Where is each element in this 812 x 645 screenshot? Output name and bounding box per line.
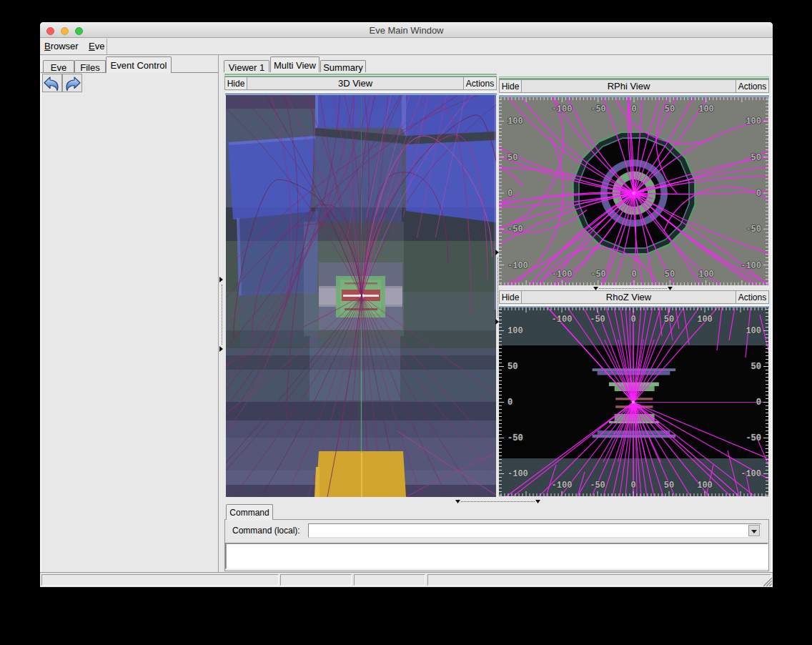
svg-text:-50: -50 <box>746 433 761 443</box>
svg-text:-100: -100 <box>741 261 761 271</box>
svg-text:50: 50 <box>508 362 518 372</box>
svg-text:50: 50 <box>508 153 518 163</box>
svg-text:-50: -50 <box>590 270 606 280</box>
svg-text:-100: -100 <box>552 104 573 114</box>
svg-text:0: 0 <box>756 398 761 408</box>
svg-text:-50: -50 <box>590 481 605 491</box>
svg-text:100: 100 <box>746 326 761 336</box>
svg-text:-50: -50 <box>746 225 761 235</box>
svg-text:0: 0 <box>756 189 761 199</box>
svg-text:50: 50 <box>751 362 761 372</box>
svg-text:0: 0 <box>631 104 636 114</box>
svg-text:-50: -50 <box>508 433 523 443</box>
svg-text:50: 50 <box>665 104 675 114</box>
svg-text:-100: -100 <box>741 469 761 479</box>
svg-text:50: 50 <box>751 153 761 163</box>
svg-text:100: 100 <box>698 270 714 280</box>
svg-text:0: 0 <box>508 189 513 199</box>
svg-text:-100: -100 <box>552 315 573 325</box>
svg-text:-100: -100 <box>508 261 528 271</box>
svg-text:100: 100 <box>698 104 714 114</box>
svg-text:-50: -50 <box>590 104 606 114</box>
svg-text:-50: -50 <box>508 225 523 235</box>
svg-text:-100: -100 <box>552 270 573 280</box>
svg-text:100: 100 <box>508 326 523 336</box>
svg-text:0: 0 <box>630 315 635 325</box>
svg-text:50: 50 <box>664 481 674 491</box>
svg-text:-100: -100 <box>508 469 528 479</box>
svg-text:0: 0 <box>631 270 636 280</box>
svg-text:100: 100 <box>508 117 523 127</box>
svg-text:100: 100 <box>746 117 761 127</box>
svg-text:-100: -100 <box>552 481 573 491</box>
svg-text:0: 0 <box>508 398 513 408</box>
svg-text:50: 50 <box>664 315 674 325</box>
svg-text:100: 100 <box>697 315 713 325</box>
svg-text:100: 100 <box>697 481 713 491</box>
svg-text:50: 50 <box>665 270 675 280</box>
svg-text:0: 0 <box>630 481 635 491</box>
svg-text:-50: -50 <box>590 315 605 325</box>
